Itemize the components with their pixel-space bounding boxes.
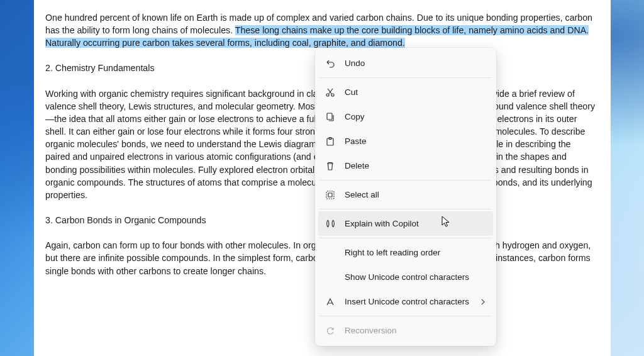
menu-separator — [319, 77, 492, 78]
svg-point-0 — [326, 94, 329, 96]
menu-item-delete[interactable]: Delete — [318, 153, 493, 178]
menu-label-delete: Delete — [345, 161, 487, 170]
menu-label-rtl: Right to left reading order — [345, 248, 487, 257]
svg-rect-5 — [326, 191, 334, 199]
menu-item-paste[interactable]: Paste — [318, 129, 493, 153]
blank-icon — [325, 247, 336, 259]
menu-item-show-unicode[interactable]: Show Unicode control characters — [318, 265, 493, 289]
paragraph-intro[interactable]: One hundred percent of known life on Ear… — [45, 11, 597, 49]
menu-item-reconversion: Reconversion — [318, 318, 493, 343]
svg-rect-6 — [328, 193, 332, 197]
cut-icon — [325, 87, 336, 98]
insert-char-icon — [325, 296, 336, 308]
chevron-right-icon — [479, 299, 487, 305]
svg-point-1 — [331, 94, 334, 96]
menu-label-paste: Paste — [345, 136, 487, 146]
menu-item-cut[interactable]: Cut — [318, 80, 493, 104]
copy-icon — [325, 111, 336, 123]
menu-label-reconversion: Reconversion — [345, 326, 487, 335]
blank-icon — [325, 272, 336, 283]
menu-label-select-all: Select all — [345, 190, 487, 199]
menu-label-show-unicode: Show Unicode control characters — [345, 272, 487, 282]
menu-separator — [319, 209, 492, 209]
reconversion-icon — [325, 325, 336, 337]
menu-item-select-all[interactable]: Select all — [318, 182, 493, 207]
select-all-icon — [325, 189, 336, 201]
svg-rect-2 — [327, 113, 332, 120]
menu-label-insert-unicode: Insert Unicode control characters — [345, 297, 470, 306]
menu-label-copy: Copy — [345, 112, 487, 121]
context-menu: Undo Cut Copy Paste — [315, 48, 496, 346]
menu-separator — [319, 180, 492, 181]
menu-separator — [319, 238, 492, 238]
menu-label-cut: Cut — [345, 87, 487, 97]
menu-separator — [319, 316, 492, 316]
copilot-icon — [325, 218, 336, 230]
menu-item-explain-copilot[interactable]: Explain with Copilot — [318, 211, 493, 236]
menu-item-insert-unicode[interactable]: Insert Unicode control characters — [318, 289, 493, 314]
menu-item-copy[interactable]: Copy — [318, 104, 493, 129]
menu-label-explain-copilot: Explain with Copilot — [345, 219, 487, 228]
delete-icon — [325, 160, 336, 172]
menu-item-undo[interactable]: Undo — [318, 51, 493, 75]
paste-icon — [325, 136, 336, 147]
undo-icon — [325, 58, 336, 69]
menu-label-undo: Undo — [345, 58, 487, 68]
menu-item-rtl[interactable]: Right to left reading order — [318, 240, 493, 265]
